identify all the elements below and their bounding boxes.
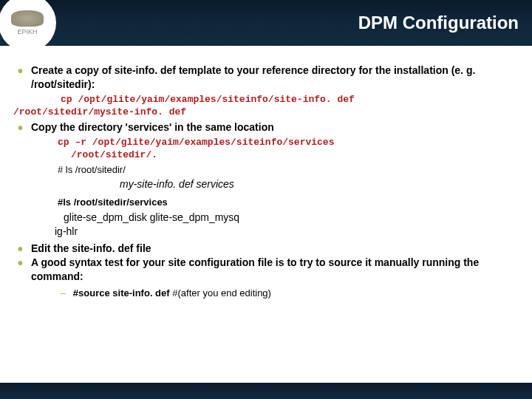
slide-header: EPIKH DPM Configuration [0,0,532,46]
cmd-ls-2: #ls /root/sitedir/services [58,196,519,209]
logo-text: EPIKH [17,28,37,35]
slide-footer [0,383,532,399]
command-block-2: cp –r /opt/glite/yaim/examples/siteinfo/… [58,136,519,177]
source-cmd-rest: #(after you end editing) [172,287,271,299]
world-map-icon [11,10,44,27]
bullet-3: Edit the site-info. def file [13,242,519,256]
command-block-1: cp /opt/glite/yaim/examples/siteinfo/sit… [13,93,519,119]
source-cmd-bold: #source site-info. def [73,287,170,299]
slide-body: Create a copy of site-info. def template… [0,46,532,307]
bullet-3-text: Edit the site-info. def file [31,242,151,254]
cmd-cp-siteinfo-l2: /root/sitedir/mysite-info. def [13,106,519,119]
dash-icon: – [61,287,66,299]
dash-source-cmd: – #source site-info. def #(after you end… [61,287,519,300]
ls-result-1: my-site-info. def services [31,177,519,191]
bullet-2-text: Copy the directory 'services' in the sam… [31,121,274,133]
cmd-cp-services-l1: cp –r /opt/glite/yaim/examples/siteinfo/… [58,136,519,149]
bullet-1: Create a copy of site-info. def template… [13,64,519,92]
ls-result-2b: ig-hlr [55,225,519,239]
logo-badge: EPIKH [0,0,56,52]
bullet-2: Copy the directory 'services' in the sam… [13,120,519,239]
ls-result-2a: glite-se_dpm_disk glite-se_dpm_mysq [64,211,519,225]
cmd-cp-siteinfo-l1: cp /opt/glite/yaim/examples/siteinfo/sit… [13,93,519,106]
cmd-cp-services-l2: /root/sitedir/. [58,149,519,162]
cmd-ls-1: # ls /root/sitedir/ [58,163,519,177]
bullet-4: A good syntax test for your site configu… [13,256,519,299]
bullet-4-text: A good syntax test for your site configu… [31,256,479,282]
logo-inner: EPIKH [11,10,44,35]
slide-title: DPM Configuration [358,13,519,33]
bullet-1-text: Create a copy of site-info. def template… [31,64,475,90]
